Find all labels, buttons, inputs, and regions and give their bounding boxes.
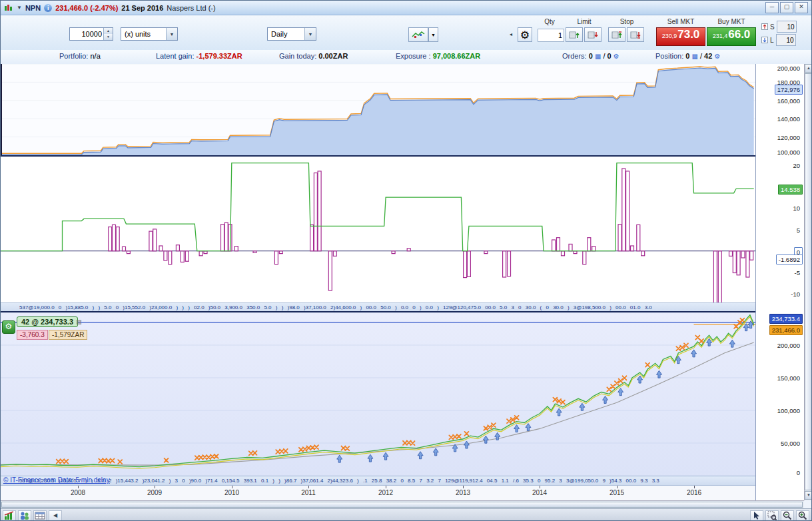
data-provider-link[interactable]: © IT-Finance.com Data: 5 min delay [3, 476, 110, 484]
equity-curve-panel[interactable] [1, 64, 755, 155]
watchlist-table-icon[interactable] [33, 510, 47, 521]
buy-market-button[interactable]: 231,466.0 [707, 27, 756, 46]
time-axis-tick [463, 486, 464, 488]
spin-down-icon[interactable]: ▼ [104, 34, 113, 40]
position-settings-icon[interactable]: ⚙ [714, 53, 720, 60]
sell-market-button[interactable]: 230,973.0 [656, 27, 705, 46]
sell-price-prefix: 230,9 [662, 33, 677, 39]
minimize-button[interactable]: ─ [765, 2, 779, 13]
pl-points-badge: -3,760.3 [17, 330, 48, 340]
time-axis-tick [540, 486, 540, 488]
toolbar: ▲▼ (x) units ▼ Daily ▼ ▼ ◂ ⚙ Qty Limit S… [1, 15, 811, 51]
buy-price-prefix: 231,4 [713, 33, 728, 39]
buy-price-big: 66.0 [728, 28, 750, 41]
window-controls: ─ ▢ ✕ [765, 2, 808, 13]
quantity-input[interactable] [70, 28, 103, 40]
equity-curve-chart[interactable] [1, 64, 755, 155]
new-chart-icon[interactable] [3, 510, 16, 521]
zoom-out-icon[interactable] [781, 510, 794, 521]
chevron-down-icon[interactable]: ▼ [166, 28, 177, 40]
chart-style-icon[interactable] [408, 27, 428, 42]
axis-tick-label: 5 [797, 227, 800, 234]
expand-badge-icon[interactable]: ▨ [76, 318, 82, 325]
maximize-button[interactable]: ▢ [780, 2, 793, 13]
zoom-area-icon[interactable] [765, 510, 779, 521]
time-axis-label: 2008 [68, 489, 88, 496]
limit-buy-icon[interactable] [566, 27, 583, 42]
stop-distance-input[interactable] [777, 21, 797, 33]
horizontal-scrollbar[interactable] [1, 500, 804, 508]
axis-tick-label: 160,000 [777, 97, 800, 105]
symbol-dropdown-icon[interactable]: ▼ [17, 5, 22, 11]
info-icon[interactable]: i [44, 4, 52, 12]
account-info-bar: Portfolio: n/a Latent gain: -1,579.33ZAR… [1, 50, 811, 65]
limit-toggle-icon[interactable] [761, 37, 768, 43]
orders-list-icon[interactable]: ▦ [595, 53, 601, 60]
axis-tick-label: -10 [791, 290, 800, 298]
latent-gain-group: Latent gain: -1,579.33ZAR [156, 52, 242, 60]
axis-tick-label: 150,000 [777, 374, 800, 382]
chart-style-dropdown-icon[interactable]: ▼ [428, 27, 438, 42]
time-axis-label: 2012 [376, 489, 396, 496]
axis-tick-label: 200,000 [777, 65, 800, 72]
time-axis-label: 2010 [222, 489, 242, 496]
price-chart[interactable] [1, 312, 755, 476]
oscillator-chart[interactable] [1, 157, 755, 302]
stop-toggle-icon[interactable] [761, 23, 768, 30]
order-qty-input[interactable] [538, 29, 564, 42]
time-axis-label: 2015 [607, 489, 627, 496]
chevron-down-icon[interactable]: ▼ [304, 28, 316, 40]
axis-value-marker: -1.6892 [776, 255, 803, 264]
vertical-scrollbar[interactable]: ▲ ▼ [804, 64, 812, 500]
close-button[interactable]: ✕ [795, 2, 808, 13]
position-label: Position: [655, 52, 683, 60]
orders-group: Orders: 0 ▦ / 0 ⚙ [562, 52, 619, 60]
oscillator-panel[interactable] [1, 157, 755, 302]
exposure-label: Exposure : [396, 52, 431, 60]
timeframe-select[interactable]: Daily ▼ [267, 27, 316, 41]
stop-buttons [608, 27, 645, 42]
scroll-left-button[interactable]: ◀ [49, 510, 62, 521]
open-position-badge[interactable]: 42 @ 234,733.3 [17, 316, 78, 327]
horizontal-scroll-thumb[interactable] [1, 502, 803, 508]
title-bar: ▼ NPN i 231,466.0 (-2.47%) 21 Sep 2016 N… [1, 1, 811, 15]
limit-distance-input[interactable] [776, 34, 796, 46]
stop-sell-icon[interactable] [627, 27, 644, 42]
exposure-group: Exposure : 97,008.66ZAR [396, 52, 480, 60]
zoom-in-icon[interactable] [796, 510, 809, 521]
position-list-icon[interactable]: ▦ [691, 53, 697, 60]
portfolio-label: Portfolio: [59, 52, 88, 60]
chart-style-control[interactable]: ▼ [408, 27, 438, 42]
stop-buy-icon[interactable] [608, 27, 625, 42]
limit-sell-icon[interactable] [584, 27, 602, 42]
strategy-settings-icon[interactable]: ⚙ [2, 320, 15, 334]
position-group: Position: 0 ▦ / 42 ⚙ [655, 52, 720, 60]
time-axis[interactable]: 200820092010201120122013201420152016 [1, 486, 755, 501]
order-panel-expand-icon[interactable]: ◂ [510, 31, 512, 37]
axis-value-marker: 234,733.4 [769, 314, 803, 324]
orders-label: Orders: [562, 52, 587, 60]
spin-up-icon[interactable]: ▲ [104, 28, 113, 34]
order-settings-icon[interactable]: ⚙ [518, 27, 532, 42]
quantity-stepper[interactable]: ▲▼ [69, 27, 113, 41]
axis-tick-label: -5 [795, 269, 800, 276]
price-chart-panel[interactable] [1, 312, 755, 476]
price-axis-column[interactable]: 200,000180,000160,000140,000120,000100,0… [755, 64, 804, 500]
vertical-scroll-thumb[interactable] [805, 73, 812, 490]
time-axis-tick [308, 486, 309, 488]
time-axis-label: 2014 [530, 489, 550, 496]
symbol-label[interactable]: NPN [25, 4, 41, 12]
orders-settings-icon[interactable]: ⚙ [613, 53, 619, 60]
limit-buttons [566, 27, 603, 42]
stop-column-label: Stop [608, 18, 645, 25]
units-select[interactable]: (x) units ▼ [121, 27, 178, 41]
axis-tick-label: 0 [797, 469, 800, 476]
scroll-up-icon[interactable]: ▲ [805, 64, 812, 73]
timeframe-selected-label: Daily [271, 30, 287, 38]
quantity-spin-buttons[interactable]: ▲▼ [103, 28, 113, 40]
title-price-change: 231,466.0 (-2.47%) [55, 4, 118, 12]
pointer-mode-icon[interactable] [750, 510, 763, 521]
accounts-icon[interactable] [18, 510, 31, 521]
scroll-down-icon[interactable]: ▼ [805, 491, 812, 500]
axis-tick-label: 20 [793, 162, 800, 169]
